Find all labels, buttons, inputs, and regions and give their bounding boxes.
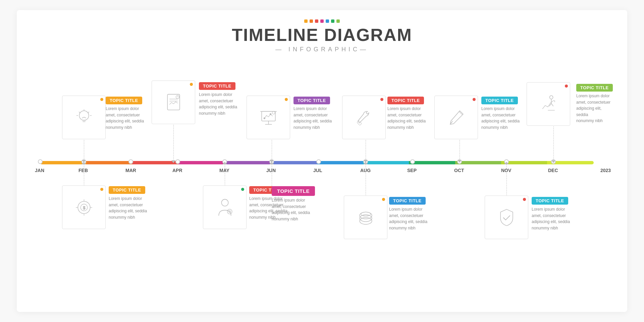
pencil-icon: [445, 107, 467, 128]
badge-oct-above: TOPIC TITLE: [481, 97, 518, 104]
dline-aug-above: [366, 140, 366, 161]
card-feb-above: [62, 96, 106, 139]
decorative-dots: [17, 19, 627, 23]
badge-jun-above: TOPIC TITLE: [293, 97, 330, 104]
svg-point-18: [272, 111, 275, 114]
month-jun: JUN: [266, 168, 276, 173]
svg-point-32: [221, 199, 228, 206]
arrow-may-below: [223, 162, 227, 164]
dot-3: [315, 19, 318, 23]
dot-5: [326, 19, 329, 23]
arrow-jun-below: [270, 162, 274, 164]
dot-aug-above: [380, 98, 383, 101]
dline-jun-below: [272, 164, 272, 186]
bar-dot-jan: [38, 159, 43, 164]
bar-dot-jul: [316, 159, 321, 164]
dot-jun-above: [285, 98, 288, 101]
dline-oct-above: [460, 140, 460, 161]
card-aug-above: [342, 96, 386, 139]
tool-icon: [353, 107, 375, 128]
month-sep: SEP: [407, 168, 417, 173]
desc-aug-above: Lorem ipsum dolor amet, consectetuer adi…: [387, 106, 426, 130]
badge-aug-below: TOPIC TITLE: [389, 197, 426, 205]
dot-apr-above: [190, 83, 193, 86]
bar-dot-sep: [410, 159, 415, 164]
arrow-oct-above: [458, 160, 462, 163]
svg-line-4: [79, 112, 80, 113]
shield-check-icon: [496, 207, 518, 228]
dot-aug-below: [382, 198, 385, 201]
badge-feb-below: TOPIC TITLE: [109, 186, 145, 194]
desc-oct-above: Lorem ipsum dolor amet, consectetuer adi…: [481, 106, 520, 130]
dot-feb-below: [100, 188, 103, 191]
month-may: MAY: [219, 168, 229, 173]
dline-apr-above: [173, 125, 174, 161]
svg-point-38: [361, 212, 370, 216]
month-mar: MAR: [125, 168, 136, 173]
desc-jun-below: Lorem ipsum dolor amet, consectetuer adi…: [272, 197, 310, 222]
desc-nov-below: Lorem ipsum dolor amet, consectetuer adi…: [532, 206, 570, 231]
dline-feb-above: [84, 140, 84, 161]
badge-apr-above: TOPIC TITLE: [199, 82, 235, 90]
badge-aug-above: TOPIC TITLE: [387, 97, 424, 104]
month-feb: FEB: [78, 168, 88, 173]
dline-dec-above: [553, 126, 554, 161]
growth-icon: [538, 93, 559, 115]
card-dec-above: [527, 82, 570, 126]
badge-dec-above: TOPIC TITLE: [576, 84, 613, 92]
desc-feb-below: Lorem ipsum dolor amet, consectetuer adi…: [109, 196, 147, 220]
card-apr-above: [152, 80, 195, 124]
person-gear-icon: [214, 197, 236, 218]
lightbulb-icon: [73, 107, 95, 128]
dot-2: [310, 19, 313, 23]
arrow-apr-above: [171, 160, 175, 163]
svg-point-16: [270, 113, 271, 115]
main-title: TIMELINE DIAGRAM: [17, 25, 627, 45]
desc-apr-above: Lorem ipsum dolor amet, consectetuer adi…: [199, 92, 237, 116]
badge-jun-below: TOPIC TITLE: [272, 186, 315, 196]
dot-4: [320, 19, 324, 23]
dline-aug-below: [366, 164, 366, 196]
dot-oct-above: [473, 98, 476, 101]
dot-dec-above: [565, 85, 568, 88]
arrow-aug-below: [364, 162, 368, 164]
month-jan: JAN: [35, 168, 44, 173]
dline-may-below: [225, 164, 225, 186]
badge-nov-below: TOPIC TITLE: [532, 197, 568, 205]
arrow-nov-below: [504, 162, 508, 164]
target-money-icon: $: [73, 197, 95, 218]
timeline-area: JAN FEB MAR APR MAY JUN JUL AUG SEP OCT …: [30, 62, 614, 305]
dot-may-below: [241, 188, 244, 191]
desc-jun-above: Lorem ipsum dolor amet, consectetuer adi…: [293, 106, 332, 130]
desc-dec-above: Lorem ipsum dolor amet, consectetuer adi…: [576, 93, 614, 124]
card-nov-below: [485, 196, 528, 239]
svg-point-17: [264, 117, 265, 119]
card-may-below: [203, 185, 247, 229]
arrow-dec-above: [551, 160, 555, 163]
svg-line-6: [88, 112, 89, 113]
desc-aug-below: Lorem ipsum dolor amet, consectetuer adi…: [389, 206, 427, 231]
bar-dot-apr: [175, 159, 180, 164]
dot-feb-above: [100, 98, 103, 101]
cloud-stack-icon: [355, 207, 377, 228]
month-apr: APR: [172, 168, 182, 173]
svg-point-36: [360, 215, 372, 221]
card-oct-above: [434, 96, 478, 139]
month-oct: OCT: [454, 168, 464, 173]
card-aug-below: [344, 196, 387, 239]
svg-point-37: [360, 217, 372, 224]
desc-feb-above: Lorem ipsum dolor amet, consectetuer adi…: [106, 106, 144, 130]
dot-7: [336, 19, 340, 23]
svg-point-0: [79, 111, 89, 120]
dline-feb-below: [84, 164, 84, 186]
page: TIMELINE DIAGRAM INFOGRAPHIC JAN FEB MAR…: [17, 10, 627, 312]
dline-jun-above: [272, 140, 272, 161]
card-jun-above: [247, 96, 290, 139]
svg-point-23: [549, 96, 553, 99]
svg-rect-12: [262, 111, 275, 121]
presentation-icon: [258, 107, 279, 128]
svg-text:$: $: [83, 205, 85, 210]
svg-rect-8: [167, 94, 180, 110]
badge-feb-above: TOPIC TITLE: [106, 97, 142, 104]
document-chart-icon: [163, 92, 184, 113]
